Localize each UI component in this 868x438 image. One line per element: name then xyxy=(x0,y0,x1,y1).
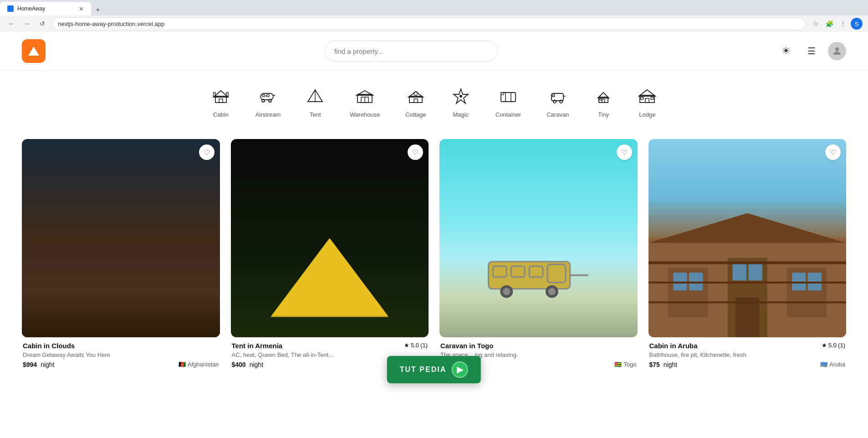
listing-info-4: Cabin in Aruba ★ 5.0 (1) Bathhouse, fire… xyxy=(648,337,847,368)
category-cottage[interactable]: Cottage xyxy=(393,83,439,123)
svg-point-34 xyxy=(560,100,562,103)
review-count-2: (1) xyxy=(420,342,428,349)
listing-card-2[interactable]: ♡ Tent in Armenia ★ 5.0 (1) AC, heat, Qu… xyxy=(231,139,429,368)
search-bar-wrap xyxy=(56,41,766,62)
svg-rect-12 xyxy=(262,95,265,97)
category-warehouse[interactable]: Warehouse xyxy=(337,83,393,123)
lodge-icon xyxy=(638,87,656,108)
listing-title-1: Cabin in Clouds xyxy=(23,342,75,350)
listing-title-3: Caravan in Togo xyxy=(440,342,493,350)
listings-section: ♡ Cabin in Clouds Dream Getaway Awaits Y… xyxy=(0,128,868,386)
svg-point-10 xyxy=(269,99,271,102)
browser-profile[interactable]: S xyxy=(851,18,863,30)
app-logo[interactable] xyxy=(22,39,46,63)
rating-value-4: 5.0 xyxy=(828,342,837,349)
tiny-icon xyxy=(594,87,613,108)
favorite-btn-2[interactable]: ♡ xyxy=(408,144,423,160)
video-popup: TUT PEDIA ▶ xyxy=(387,356,481,383)
favorite-btn-3[interactable]: ♡ xyxy=(617,144,632,160)
tent-label: Tent xyxy=(310,111,321,118)
magic-label: Magic xyxy=(453,111,469,118)
tab-favicon xyxy=(7,5,14,12)
listing-image-wrap-3: ♡ xyxy=(439,139,638,337)
listing-country-1: 🇦🇫 Afghanistan xyxy=(179,361,219,368)
theme-toggle-btn[interactable]: ☀ xyxy=(777,42,795,60)
back-btn[interactable]: ← xyxy=(5,18,17,30)
category-airstream[interactable]: Airstream xyxy=(243,83,294,123)
svg-rect-64 xyxy=(732,263,746,281)
svg-rect-5 xyxy=(219,99,223,103)
svg-point-33 xyxy=(553,100,556,103)
new-tab-btn[interactable]: + xyxy=(91,5,105,15)
svg-point-51 xyxy=(503,288,511,295)
sun-icon: ☀ xyxy=(781,45,791,57)
star-icon-4: ★ xyxy=(822,342,827,349)
extensions-btn[interactable]: 🧩 xyxy=(823,18,835,30)
caravan-label: Caravan xyxy=(546,111,569,118)
listing-price-unit-2: night xyxy=(250,361,263,368)
svg-marker-1 xyxy=(28,46,39,56)
svg-marker-56 xyxy=(648,213,847,243)
listing-card-3[interactable]: ♡ xyxy=(439,139,638,368)
svg-point-24 xyxy=(414,92,418,95)
listing-price-unit-4: night xyxy=(664,361,677,368)
listing-title-4: Cabin in Aruba xyxy=(649,342,698,350)
settings-btn[interactable]: ⋮ xyxy=(837,18,849,30)
svg-rect-59 xyxy=(689,273,703,290)
video-popup-text: TUT PEDIA xyxy=(400,366,446,374)
listing-desc-1: Dream Getaway Awaits You Here xyxy=(23,351,219,358)
listing-card-4[interactable]: ♡ xyxy=(648,139,847,368)
header-right: ☀ ☰ xyxy=(777,42,846,60)
tab-close-btn[interactable]: ✕ xyxy=(79,5,84,12)
listing-price-row-1: $994 night 🇦🇫 Afghanistan xyxy=(23,361,219,368)
lodge-label: Lodge xyxy=(639,111,655,118)
favorite-btn-4[interactable]: ♡ xyxy=(825,144,841,160)
star-icon-2: ★ xyxy=(404,342,409,349)
play-icon: ▶ xyxy=(457,365,464,375)
refresh-btn[interactable]: ↺ xyxy=(36,18,48,30)
listing-price-2: $400 xyxy=(232,361,246,368)
category-container[interactable]: Container xyxy=(483,83,534,123)
search-input[interactable] xyxy=(325,41,498,62)
svg-point-2 xyxy=(835,47,839,51)
category-cabin[interactable]: Cabin xyxy=(199,83,243,123)
category-magic[interactable]: Magic xyxy=(439,83,483,123)
video-play-btn[interactable]: ▶ xyxy=(452,361,468,378)
listing-rating-4: ★ 5.0 (1) xyxy=(822,342,845,349)
user-avatar[interactable] xyxy=(828,42,846,60)
category-caravan[interactable]: Caravan xyxy=(534,83,582,123)
svg-rect-62 xyxy=(807,273,821,290)
svg-rect-23 xyxy=(414,99,418,103)
bookmark-btn[interactable]: ☆ xyxy=(810,18,822,30)
container-label: Container xyxy=(495,111,521,118)
listing-price-1: $994 xyxy=(23,361,37,368)
listing-country-3: 🇹🇬 Togo xyxy=(614,361,636,368)
warehouse-icon xyxy=(356,87,374,108)
listing-desc-4: Bathhouse, fire pit, Kitchenette, fresh xyxy=(649,351,846,358)
category-nav: Cabin Airstream Tent xyxy=(0,71,868,128)
listing-rating-2: ★ 5.0 (1) xyxy=(404,342,428,349)
listing-price-4: $75 xyxy=(649,361,660,368)
url-bar[interactable]: nextjs-home-away-production.vercel.app xyxy=(52,17,806,30)
listing-info-1: Cabin in Clouds Dream Getaway Awaits You… xyxy=(22,337,220,368)
listing-image-wrap-1: ♡ xyxy=(22,139,220,337)
category-tiny[interactable]: Tiny xyxy=(582,83,625,123)
category-tent[interactable]: Tent xyxy=(293,83,337,123)
cottage-icon xyxy=(407,87,425,108)
svg-rect-42 xyxy=(645,98,649,103)
svg-rect-44 xyxy=(651,97,654,99)
category-lodge[interactable]: Lodge xyxy=(625,83,669,123)
favorite-btn-1[interactable]: ♡ xyxy=(199,144,214,160)
listing-card-1[interactable]: ♡ Cabin in Clouds Dream Getaway Awaits Y… xyxy=(22,139,220,368)
browser-tab-bar: HomeAway ✕ + xyxy=(0,0,868,15)
active-tab[interactable]: HomeAway ✕ xyxy=(0,2,91,15)
menu-btn[interactable]: ☰ xyxy=(802,42,821,60)
listing-flag-4: 🇦🇼 xyxy=(820,361,827,368)
listing-country-name-3: Togo xyxy=(623,361,636,368)
rating-value-2: 5.0 xyxy=(411,342,419,349)
listing-title-2: Tent in Armenia xyxy=(232,342,283,350)
forward-btn[interactable]: → xyxy=(21,18,33,30)
browser-icons: ☆ 🧩 ⋮ S xyxy=(810,18,863,30)
svg-rect-58 xyxy=(673,273,687,290)
listing-title-row-2: Tent in Armenia ★ 5.0 (1) xyxy=(232,342,428,350)
